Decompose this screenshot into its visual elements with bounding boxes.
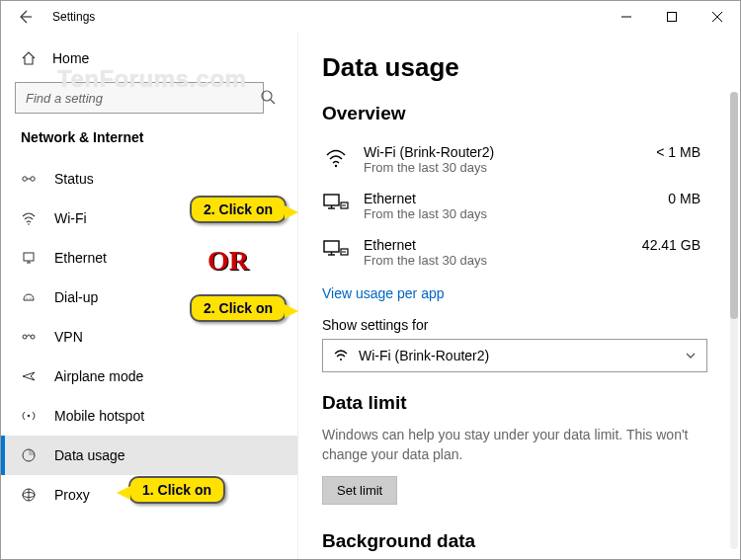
home-label: Home	[52, 50, 89, 66]
ethernet-icon	[21, 250, 37, 266]
select-value: Wi-Fi (Brink-Router2)	[359, 348, 489, 363]
category-heading: Network & Internet	[1, 127, 297, 159]
nav-vpn[interactable]: VPN	[1, 317, 297, 357]
overview-name: Ethernet	[364, 237, 628, 253]
home-icon	[21, 50, 37, 66]
overview-row-ethernet-1[interactable]: Ethernet From the last 30 days 0 MB	[322, 183, 716, 229]
nav-label: Status	[54, 171, 94, 187]
content-pane: Data usage Overview Wi-Fi (Brink-Router2…	[297, 33, 740, 559]
status-icon	[21, 171, 37, 187]
annotation-or: OR	[207, 245, 249, 277]
ethernet-icon	[322, 191, 350, 218]
svg-point-16	[23, 335, 27, 339]
show-settings-label: Show settings for	[322, 317, 716, 333]
view-usage-link[interactable]: View usage per app	[322, 285, 445, 301]
svg-point-8	[31, 177, 35, 181]
home-link[interactable]: Home	[1, 40, 297, 76]
overview-sub: From the last 30 days	[364, 253, 628, 268]
overview-info: Ethernet From the last 30 days	[364, 191, 654, 221]
svg-rect-30	[324, 241, 339, 252]
nav-label: Dial-up	[54, 289, 98, 305]
nav-label: Wi-Fi	[54, 210, 87, 226]
overview-heading: Overview	[322, 103, 716, 124]
annotation-step2b: 2. Click on	[190, 294, 287, 322]
data-limit-heading: Data limit	[322, 392, 716, 414]
overview-name: Wi-Fi (Brink-Router2)	[364, 144, 642, 160]
show-settings-select[interactable]: Wi-Fi (Brink-Router2)	[322, 339, 707, 372]
overview-info: Wi-Fi (Brink-Router2) From the last 30 d…	[364, 144, 642, 175]
svg-point-23	[335, 165, 337, 167]
svg-rect-2	[668, 13, 677, 22]
nav-label: Mobile hotspot	[54, 408, 144, 424]
nav-label: Proxy	[54, 487, 90, 503]
search-wrap	[15, 82, 284, 114]
overview-sub: From the last 30 days	[364, 206, 654, 221]
proxy-icon	[21, 487, 37, 503]
annotation-step2a: 2. Click on	[190, 196, 287, 223]
overview-row-wifi[interactable]: Wi-Fi (Brink-Router2) From the last 30 d…	[322, 136, 716, 183]
nav-label: Ethernet	[54, 250, 107, 266]
scrollbar-thumb[interactable]	[730, 92, 738, 319]
svg-point-17	[31, 335, 35, 339]
svg-point-5	[262, 91, 272, 101]
svg-rect-11	[24, 253, 34, 261]
overview-name: Ethernet	[364, 191, 654, 206]
scrollbar[interactable]	[730, 92, 738, 549]
titlebar: Settings	[1, 1, 740, 33]
svg-point-10	[28, 223, 30, 225]
dialup-icon	[21, 289, 37, 305]
overview-amount: < 1 MB	[656, 144, 716, 160]
nav-status[interactable]: Status	[1, 159, 297, 199]
svg-rect-24	[324, 195, 339, 205]
wifi-icon	[322, 144, 350, 172]
window-controls	[604, 1, 740, 33]
vpn-icon	[21, 329, 37, 345]
data-usage-icon	[21, 447, 37, 463]
minimize-icon	[621, 12, 631, 22]
ethernet-icon	[322, 237, 350, 265]
nav-label: Airplane mode	[54, 368, 143, 384]
window-body: Home Network & Internet Status Wi-Fi Et	[1, 33, 740, 559]
airplane-icon	[21, 368, 37, 384]
svg-point-14	[26, 297, 27, 298]
nav-label: VPN	[54, 329, 83, 345]
maximize-button[interactable]	[649, 1, 695, 33]
maximize-icon	[667, 12, 677, 22]
wifi-icon	[21, 210, 37, 226]
close-icon	[712, 12, 722, 22]
chevron-down-icon	[685, 350, 697, 361]
overview-amount: 0 MB	[668, 191, 716, 206]
background-data-heading: Background data	[322, 530, 716, 552]
nav-label: Data usage	[54, 447, 125, 463]
page-title: Data usage	[322, 52, 716, 83]
overview-amount: 42.41 GB	[642, 237, 716, 253]
data-limit-desc: Windows can help you stay under your dat…	[322, 426, 698, 464]
svg-line-6	[271, 100, 275, 104]
nav-data-usage[interactable]: Data usage	[1, 436, 297, 475]
nav-hotspot[interactable]: Mobile hotspot	[1, 396, 297, 436]
hotspot-icon	[21, 408, 37, 424]
search-icon	[260, 89, 276, 105]
svg-point-36	[340, 359, 342, 360]
wifi-icon	[333, 348, 349, 363]
minimize-button[interactable]	[604, 1, 649, 33]
back-button[interactable]	[13, 5, 37, 29]
annotation-step1: 1. Click on	[128, 476, 225, 504]
window-title: Settings	[52, 10, 95, 24]
search-input[interactable]	[15, 82, 264, 114]
titlebar-left: Settings	[1, 5, 95, 29]
close-button[interactable]	[695, 1, 740, 33]
arrow-left-icon	[17, 9, 33, 25]
overview-row-ethernet-2[interactable]: Ethernet From the last 30 days 42.41 GB	[322, 229, 716, 276]
overview-sub: From the last 30 days	[364, 160, 642, 175]
settings-window: Settings Home Network & Internet Status	[0, 0, 741, 560]
svg-point-7	[23, 177, 27, 181]
set-limit-button[interactable]: Set limit	[322, 476, 397, 505]
nav-airplane[interactable]: Airplane mode	[1, 357, 297, 396]
svg-point-18	[28, 415, 31, 418]
svg-point-15	[30, 297, 31, 298]
nav-ethernet[interactable]: Ethernet	[1, 238, 297, 278]
overview-info: Ethernet From the last 30 days	[364, 237, 628, 268]
